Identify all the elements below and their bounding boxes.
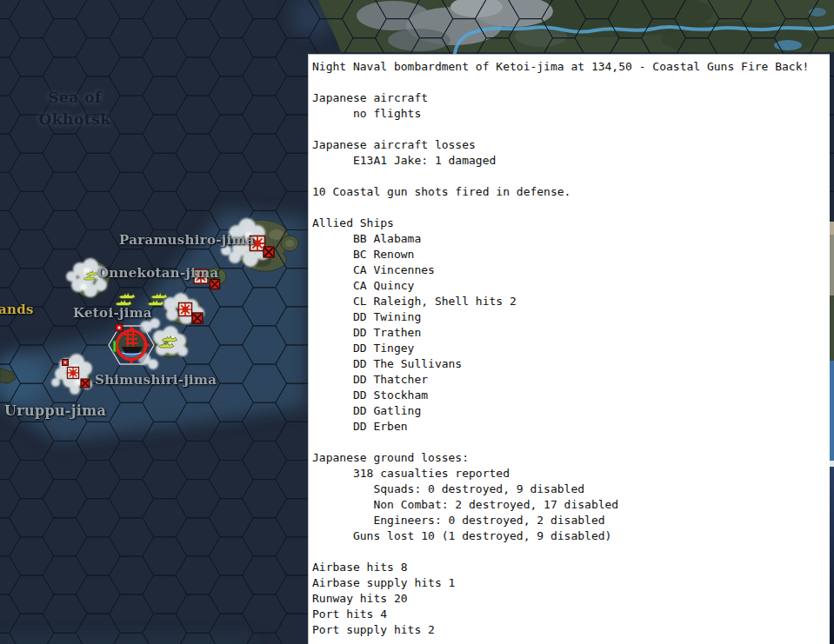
- label-ketoi-jima: Ketoi-jima: [73, 305, 152, 321]
- japanese-marker-icon-shimushiri[interactable]: [63, 360, 69, 366]
- japanese-garrison-icon-harumukotan[interactable]: [210, 279, 219, 289]
- label-shimushiri-jima: Shimushiri-jima: [95, 372, 217, 388]
- japanese-garrison-icon-shimushiri[interactable]: [81, 379, 90, 388]
- japanese-base-icon-shimushiri[interactable]: [67, 367, 78, 378]
- sea-label-line2: Okhotsk: [33, 109, 117, 130]
- label-onnekotan-jima: Onnekotan-jima: [97, 265, 219, 281]
- japanese-garrison-icon-matsuwa[interactable]: [192, 313, 203, 323]
- combat-report-panel[interactable]: Night Naval bombardment of Ketoi-jima at…: [308, 54, 830, 644]
- sea-of-okhotsk-label: Sea of Okhotsk: [33, 87, 117, 130]
- japanese-base-icon-matsuwa[interactable]: [178, 302, 191, 315]
- warship-silhouette: [122, 347, 143, 353]
- map-edge-sliver: [830, 222, 834, 644]
- kamchatka-landmass: [318, 0, 834, 56]
- sea-label-line1: Sea of: [33, 87, 117, 109]
- supply-bar: [113, 341, 117, 352]
- combat-report-text: Night Naval bombardment of Ketoi-jima at…: [312, 59, 830, 638]
- game-screen: Sea of Okhotsk Paramushiro-jimaOnnekotan…: [0, 0, 834, 644]
- label-paramushiro-jima: Paramushiro-jima: [119, 232, 255, 248]
- japanese-garrison-icon-paramushiro[interactable]: [264, 247, 274, 257]
- label-uruppu-jima: Uruppu-jima: [4, 402, 106, 419]
- label-islands-partial: ands: [0, 302, 34, 317]
